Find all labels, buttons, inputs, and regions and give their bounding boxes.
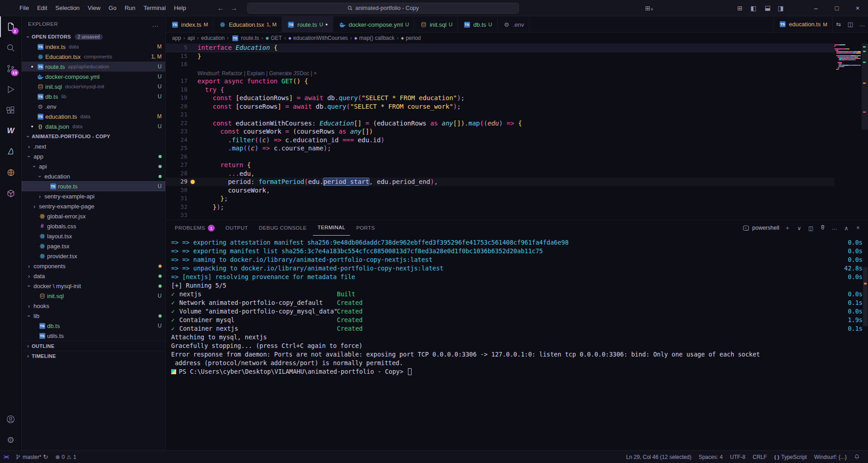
breadcrumb-item-map-callback[interactable]: ◆map() callback <box>354 35 394 41</box>
breadcrumb-item-period[interactable]: ◈period <box>401 35 421 41</box>
layout-switcher-icon[interactable]: ⊞∨ <box>643 5 656 12</box>
tab-Education.tsx[interactable]: Education.tsx1, M <box>213 16 282 33</box>
breadcrumb-item-educationwithcourses[interactable]: ◆educationWithCourses <box>288 35 348 41</box>
tree-item-db.ts[interactable]: TSdb.tsU <box>22 321 165 331</box>
close-panel-icon[interactable]: × <box>853 225 863 231</box>
code-line-27[interactable]: 27 return { <box>166 161 834 169</box>
code-line-15[interactable]: 15} <box>166 52 834 61</box>
code-line-28[interactable]: 28 ...edu, <box>166 169 834 178</box>
code-line-17[interactable]: 17export async function GET() { <box>166 77 834 86</box>
minimap[interactable] <box>834 44 861 72</box>
tree-item-app[interactable]: ›app <box>22 151 165 161</box>
windsurf-codelens[interactable]: Windsurf: Refactor | Explain | Generate … <box>166 69 834 77</box>
run-debug-icon[interactable] <box>0 79 22 100</box>
open-changes-icon[interactable]: ⇆ <box>833 21 844 28</box>
shell-label[interactable]: powershell <box>752 225 779 231</box>
outline-header[interactable]: › OUTLINE <box>22 341 165 351</box>
tab-init.sql[interactable]: init.sqlU <box>414 16 458 33</box>
tree-item-education[interactable]: ›education <box>22 171 165 181</box>
command-center-search[interactable]: animated-portfolio - Copy <box>247 3 519 14</box>
menu-selection[interactable]: Selection <box>51 0 83 16</box>
cursor-position[interactable]: Ln 29, Col 46 (12 selected) <box>623 451 695 463</box>
open-editor-data.json[interactable]: ●{}data.jsondataU <box>22 121 165 131</box>
windsurf-icon[interactable]: W <box>0 121 22 141</box>
breadcrumb-item-app[interactable]: app <box>172 35 181 41</box>
language-mode[interactable]: { } TypeScript <box>771 451 810 463</box>
panel-more-actions-icon[interactable]: … <box>829 225 840 231</box>
menu-go[interactable]: Go <box>105 0 120 16</box>
code-line-20[interactable]: 20 const [courseRows] = await db.query("… <box>166 102 834 111</box>
maximize-panel-icon[interactable]: ∧ <box>841 225 852 232</box>
code-line-18[interactable]: 18 try { <box>166 86 834 94</box>
tree-item-sentry-example-page[interactable]: ›sentry-example-page <box>22 201 165 211</box>
new-terminal-icon[interactable]: ＋ <box>782 224 793 232</box>
code-line-26[interactable]: 26 <box>166 153 834 161</box>
tree-item-.next[interactable]: ›.next <box>22 141 165 151</box>
tree-item-components[interactable]: ›components <box>22 261 165 271</box>
split-editor-icon[interactable]: ◫ <box>844 21 856 28</box>
explorer-more-actions-icon[interactable]: … <box>152 20 159 28</box>
tree-item-api[interactable]: ›api <box>22 161 165 171</box>
toggle-sidebar-icon[interactable]: ◧ <box>747 5 760 12</box>
open-editor-db.ts[interactable]: TSdb.tslibU <box>22 92 165 101</box>
tree-item-sentry-example-api[interactable]: ›sentry-example-api <box>22 191 165 201</box>
search-sidebar-icon[interactable] <box>0 37 22 58</box>
indentation[interactable]: Spaces: 4 <box>695 451 726 463</box>
settings-gear-icon[interactable]: ⚙ <box>0 429 22 450</box>
customize-layout-icon[interactable]: ⊞ <box>733 5 747 12</box>
open-editor-index.ts[interactable]: TSindex.tsdataM <box>22 42 165 52</box>
code-line-22[interactable]: 22 const educationWithCourses: Education… <box>166 119 834 128</box>
code-editor[interactable]: 5interface Education {15}16Windsurf: Ref… <box>166 43 868 220</box>
tab-education.ts[interactable]: TSeducation.tsM <box>773 16 833 33</box>
tree-item-route.ts[interactable]: TSroute.tsU <box>22 181 165 191</box>
menu-view[interactable]: View <box>84 0 105 16</box>
code-line-23[interactable]: 23 const courseWork = (courseRows as any… <box>166 127 834 136</box>
toggle-secondary-sidebar-icon[interactable]: ◨ <box>774 5 787 12</box>
split-terminal-icon[interactable]: ◫ <box>806 225 816 232</box>
code-line-16[interactable]: 16 <box>166 60 834 69</box>
code-line-25[interactable]: 25 .map((c) => c.course_name); <box>166 144 834 153</box>
code-line-24[interactable]: 24 .filter((c) => c.education_id === edu… <box>166 136 834 145</box>
eol-sequence[interactable]: CRLF <box>749 451 770 463</box>
menu-file[interactable]: File <box>15 0 33 16</box>
panel-tab-problems[interactable]: PROBLEMS1 <box>170 221 219 236</box>
terminal-scrollbar[interactable] <box>863 254 868 449</box>
timeline-header[interactable]: › TIMELINE <box>22 351 165 361</box>
source-control-icon[interactable]: 13 <box>0 58 22 79</box>
code-line-5[interactable]: 5interface Education { <box>166 43 834 52</box>
tree-item-globals.css[interactable]: #globals.css <box>22 221 165 231</box>
tab-route.ts[interactable]: TSroute.tsU● <box>282 16 333 33</box>
breadcrumb-item-get[interactable]: ◉GET <box>265 35 282 41</box>
code-line-33[interactable]: 33 <box>166 211 834 220</box>
tree-item-provider.tsx[interactable]: provider.tsx <box>22 251 165 261</box>
breadcrumb-item-route-ts[interactable]: TSroute.ts <box>231 35 259 41</box>
tab-docker-compose.yml[interactable]: docker-compose.ymlU <box>333 16 414 33</box>
open-editor-.env[interactable]: ⚙.env <box>22 101 165 111</box>
windsurf-status[interactable]: Windsurf: {...} <box>810 451 850 463</box>
terminal-dropdown-icon[interactable]: ∨ <box>794 225 805 232</box>
panel-tab-debug-console[interactable]: DEBUG CONSOLE <box>254 221 312 236</box>
minimize-button[interactable]: – <box>806 0 826 16</box>
tree-item-docker-mysql-init[interactable]: ›docker \ mysql-init <box>22 281 165 291</box>
panel-tab-terminal[interactable]: TERMINAL <box>313 221 350 236</box>
panel-tab-output[interactable]: OUTPUT <box>221 221 253 236</box>
code-line-29[interactable]: 29 period: formatPeriod(edu.period_start… <box>166 178 834 186</box>
remote-indicator[interactable]: >< <box>0 451 12 463</box>
panel-tab-ports[interactable]: PORTS <box>352 221 379 236</box>
extensions-icon[interactable] <box>0 100 22 121</box>
open-editor-education.ts[interactable]: TSeducation.tsdataM <box>22 111 165 121</box>
menu-help[interactable]: Help <box>170 0 190 16</box>
tab-db.ts[interactable]: TSdb.tsU <box>458 16 498 33</box>
tab-.env[interactable]: ⚙.env <box>498 16 530 33</box>
kill-terminal-icon[interactable] <box>817 224 828 232</box>
tree-item-hooks[interactable]: ›hooks <box>22 301 165 311</box>
toggle-panel-icon[interactable]: ◧ <box>763 1 771 15</box>
overview-ruler[interactable] <box>862 43 868 220</box>
code-line-32[interactable]: 32 }); <box>166 203 834 212</box>
lightbulb-icon[interactable] <box>191 180 195 184</box>
tree-item-utils.ts[interactable]: TSutils.ts <box>22 331 165 341</box>
branch-indicator[interactable]: master* ↻ <box>12 451 52 463</box>
tree-item-init.sql[interactable]: init.sqlU <box>22 291 165 301</box>
code-line-30[interactable]: 30 courseWork, <box>166 186 834 195</box>
menu-terminal[interactable]: Terminal <box>139 0 170 16</box>
